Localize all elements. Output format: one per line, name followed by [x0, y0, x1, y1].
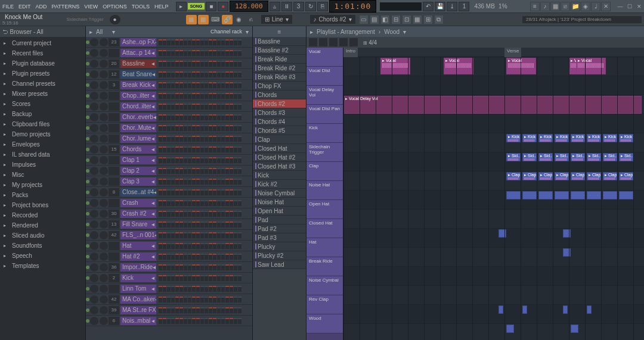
plugin-icon[interactable]: ◈ — [581, 2, 590, 11]
pattern-item[interactable]: Kick #2 — [253, 180, 306, 189]
channel-vol-knob[interactable] — [100, 220, 108, 229]
mixer-icon[interactable]: ⎚ — [561, 2, 570, 11]
channel-mute-led[interactable] — [86, 212, 89, 216]
playlist-clip[interactable]: ▸ Sid..er — [603, 153, 617, 161]
song-mode-button[interactable]: SONG — [188, 3, 205, 10]
pattern-item[interactable]: Plucky — [253, 242, 306, 251]
tool-5[interactable]: ⊡ — [402, 15, 411, 24]
channel-vol-knob[interactable] — [100, 188, 108, 196]
browser-item[interactable]: ▸Sliced audio — [0, 230, 85, 241]
track-lane[interactable] — [343, 76, 644, 95]
playlist-clip[interactable] — [506, 325, 514, 333]
channel-mute-led[interactable] — [86, 308, 89, 312]
track-lane[interactable] — [343, 210, 644, 229]
step-sequencer[interactable] — [157, 286, 252, 292]
browser-item[interactable]: ▸Impulses — [0, 160, 85, 170]
browser-item[interactable]: ▸Misc — [0, 170, 85, 180]
pattern-item[interactable]: Plucky #2 — [253, 251, 306, 260]
multilink-icon[interactable]: ⎌ — [246, 15, 256, 24]
channel-mute-led[interactable] — [86, 105, 89, 108]
channel-pan-knob[interactable] — [90, 113, 98, 121]
channel-route[interactable] — [109, 124, 119, 132]
playlist-clip[interactable] — [538, 191, 553, 199]
pl-menu-icon[interactable]: ▸ — [310, 29, 313, 35]
step-sequencer[interactable] — [157, 211, 252, 217]
channel-vol-knob[interactable] — [100, 252, 108, 261]
channel-row[interactable]: Chor..Mute◂ — [86, 123, 252, 133]
pl-zoom-tool[interactable] — [349, 38, 358, 46]
snap-icon-2[interactable]: ▦ — [198, 15, 209, 24]
step-sequencer[interactable] — [157, 254, 252, 260]
playlist-clip[interactable]: ▸ Kick — [603, 134, 617, 142]
step-sequencer[interactable] — [157, 61, 252, 67]
pattern-item[interactable]: Kick — [253, 171, 306, 180]
metronome-button[interactable]: ▵ — [270, 2, 280, 11]
pattern-item[interactable]: Open Hat — [253, 207, 306, 216]
track-header[interactable]: Hat — [306, 238, 343, 257]
channel-pan-knob[interactable] — [90, 49, 98, 57]
channel-route[interactable]: 13 — [109, 220, 119, 229]
track-header[interactable]: Kick — [306, 124, 343, 143]
channel-name-button[interactable]: Ashe..op FX◂ — [120, 38, 156, 46]
track-lane[interactable] — [343, 114, 644, 133]
channel-vol-knob[interactable] — [100, 113, 108, 121]
channel-mute-led[interactable] — [86, 180, 89, 183]
timeline[interactable]: IntroVerse ▸ Vocal▸ Vocal▸ Vocal▸ Vocal▸… — [343, 48, 644, 340]
channel-pan-knob[interactable] — [90, 124, 98, 132]
channel-row[interactable]: Hat #2◂ — [86, 251, 252, 262]
time-display[interactable]: 1:01:00 — [329, 0, 377, 13]
step-sequencer[interactable] — [157, 136, 252, 142]
browser-item[interactable]: ▸Scores — [0, 99, 85, 109]
pattern-item[interactable]: Noise Cymbal — [253, 189, 306, 198]
channel-route[interactable]: 42 — [109, 295, 119, 304]
channel-vol-knob[interactable] — [100, 38, 108, 46]
channel-route[interactable] — [109, 92, 119, 100]
channel-row[interactable]: 2Kick◂ — [86, 273, 252, 283]
playlist-clip[interactable]: ▸ Vocal Delay Vol — [343, 96, 642, 114]
channel-pan-knob[interactable] — [90, 317, 98, 325]
channel-vol-knob[interactable] — [100, 49, 108, 57]
channel-mute-led[interactable] — [86, 191, 89, 194]
cr-filter[interactable]: All — [96, 29, 103, 35]
channel-mute-led[interactable] — [86, 276, 89, 280]
minimize-button[interactable]: — — [615, 2, 625, 11]
channel-pan-knob[interactable] — [90, 263, 98, 272]
pp-icon[interactable]: ≡ — [278, 29, 281, 35]
channel-pan-knob[interactable] — [90, 60, 98, 68]
pattern-item[interactable]: Pad — [253, 216, 306, 224]
tracks-area[interactable]: ▸ Vocal▸ Vocal▸ Vocal▸ Vocal▸ Vocal▸ Voc… — [343, 57, 644, 340]
browser-item[interactable]: ▸Recent files — [0, 48, 85, 58]
wait-button[interactable]: ⏸ — [281, 2, 292, 11]
channel-vol-knob[interactable] — [100, 102, 108, 111]
channel-pan-knob[interactable] — [90, 177, 98, 186]
channel-vol-knob[interactable] — [100, 124, 108, 132]
playlist-clip[interactable]: ▸ Kick — [538, 134, 553, 142]
step-sequencer[interactable] — [157, 179, 252, 185]
playlist-clip[interactable]: ▸ Vocal — [380, 58, 410, 74]
channel-icon[interactable]: ▦ — [550, 2, 560, 11]
track-lane[interactable] — [343, 248, 644, 267]
channel-row[interactable]: Clap 3◂ — [86, 176, 252, 187]
channel-route[interactable]: 15 — [109, 145, 119, 154]
browser-item[interactable]: ▸Envelopes — [0, 139, 85, 149]
track-lane[interactable] — [343, 191, 644, 210]
pattern-item[interactable]: Chop FX — [253, 82, 306, 91]
menu-add[interactable]: ADD — [33, 1, 49, 12]
channel-vol-knob[interactable] — [100, 145, 108, 154]
onekey-button[interactable]: 1 — [459, 2, 469, 11]
pattern-item[interactable]: Closed Hat #3 — [253, 162, 306, 171]
track-header[interactable]: Vocal Dist Pan — [306, 105, 343, 124]
channel-route[interactable] — [109, 242, 119, 250]
pattern-selector[interactable]: ♪Chords #2▾ — [310, 15, 355, 24]
maximize-button[interactable]: ☐ — [625, 2, 634, 11]
playlist-clip[interactable]: ▸ Kick — [506, 134, 521, 142]
channel-vol-knob[interactable] — [100, 177, 108, 186]
countdown-button[interactable]: 3 — [293, 2, 304, 11]
step-button[interactable]: ⎘ — [317, 2, 328, 11]
channel-name-button[interactable]: Hat◂ — [120, 242, 156, 250]
channel-name-button[interactable]: Nois..mbal◂ — [120, 317, 156, 325]
channel-pan-knob[interactable] — [90, 38, 98, 46]
channel-mute-led[interactable] — [86, 137, 89, 141]
channel-row[interactable]: Chop..ilter◂ — [86, 91, 252, 101]
step-sequencer[interactable] — [157, 200, 252, 206]
